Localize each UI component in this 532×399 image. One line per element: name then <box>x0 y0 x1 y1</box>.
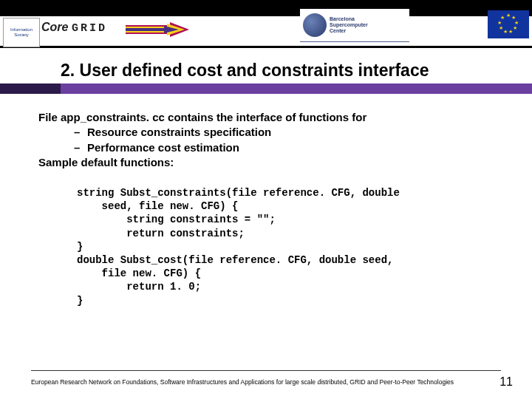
bsc-logo: Barcelona Supercomputer Center <box>300 9 409 42</box>
sub-bullet-2: –Performance cost estimation <box>74 140 501 155</box>
footer-divider <box>31 370 501 371</box>
title-area: 2. User defined cost and constraints int… <box>0 61 532 94</box>
information-society-logo: Information Society <box>3 18 40 47</box>
coregrid-logo: Core GRID <box>41 21 107 35</box>
slide-title: 2. User defined cost and constraints int… <box>61 61 532 81</box>
body-line-1: File app_constraints. cc contains the in… <box>38 110 501 125</box>
code-block: string Subst_constraints(file reference.… <box>77 186 501 307</box>
title-underline <box>0 83 532 94</box>
sub-bullet-1: –Resource constraints specification <box>74 125 501 140</box>
slide-body: File app_constraints. cc contains the in… <box>0 94 532 307</box>
body-line-2: Sample default functions: <box>38 155 501 170</box>
header-band: Information Society Core GRID Barcelona … <box>0 0 532 46</box>
arrow-icon <box>126 22 189 37</box>
page-number: 11 <box>499 375 513 389</box>
eu-flag-icon: ★ ★ ★ ★ ★ ★ ★ ★ ★ <box>488 10 529 38</box>
globe-icon <box>303 13 327 37</box>
footer-text: European Research Network on Foundations… <box>31 378 454 386</box>
